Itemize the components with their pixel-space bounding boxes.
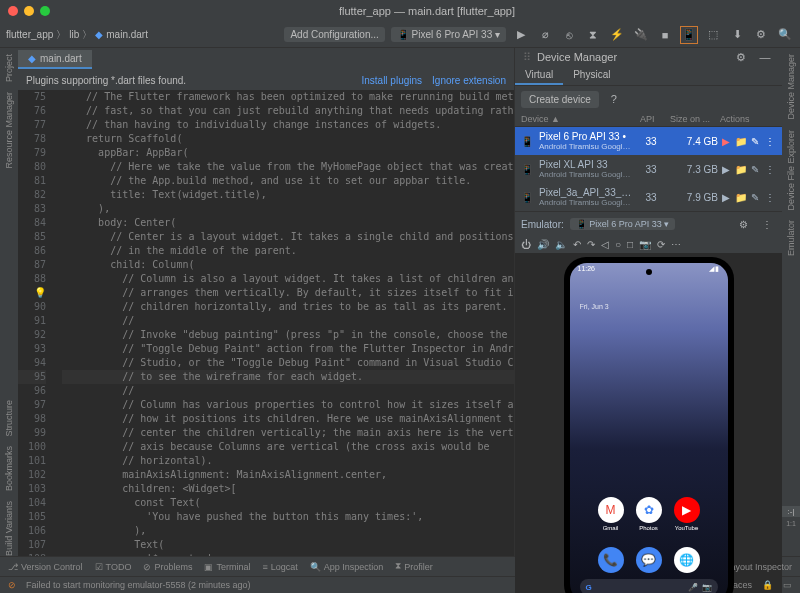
phone-icon: 📱: [521, 164, 533, 175]
code-editor[interactable]: 7576777879808182838485868788💡90919293949…: [18, 90, 514, 556]
create-device-button[interactable]: Create device: [521, 91, 599, 108]
edit-icon[interactable]: ✎: [750, 163, 762, 175]
folder-icon[interactable]: 📁: [735, 191, 747, 203]
stop-button[interactable]: ■: [656, 26, 674, 44]
emulator-selector[interactable]: 📱 Pixel 6 Pro API 33 ▾: [570, 218, 676, 230]
memory-icon[interactable]: ▭: [783, 580, 792, 590]
close-window[interactable]: [8, 6, 18, 16]
gear-icon[interactable]: ⚙: [734, 215, 752, 233]
zoom-window[interactable]: [40, 6, 50, 16]
tool-resource-manager[interactable]: Resource Manager: [4, 92, 14, 169]
coverage-button[interactable]: ⎋: [560, 26, 578, 44]
more-icon[interactable]: ⋮: [758, 215, 776, 233]
zoom-indicator[interactable]: 1:1: [782, 520, 800, 527]
profile-button[interactable]: ⧗: [584, 26, 602, 44]
tool-logcat[interactable]: ≡ Logcat: [262, 562, 297, 572]
tool-device-file-explorer[interactable]: Device File Explorer: [786, 130, 796, 211]
volume-down-icon[interactable]: 🔈: [555, 239, 567, 250]
more-icon[interactable]: ⋮: [764, 191, 776, 203]
volume-up-icon[interactable]: 🔊: [537, 239, 549, 250]
debug-button[interactable]: ⌀: [536, 26, 554, 44]
help-icon[interactable]: ?: [605, 90, 623, 108]
right-tool-strip: Device Manager Device File Explorer Emul…: [782, 48, 800, 556]
rotate-right-icon[interactable]: ↷: [587, 239, 595, 250]
tool-terminal[interactable]: ▣ Terminal: [204, 562, 250, 572]
code-analysis-indicator[interactable]: :-|: [782, 506, 800, 517]
tab-main-dart[interactable]: ◆ main.dart: [18, 50, 92, 69]
attach-button[interactable]: 🔌: [632, 26, 650, 44]
folder-icon[interactable]: 📁: [735, 135, 747, 147]
sdk-manager-button[interactable]: ⬇: [728, 26, 746, 44]
more-icon[interactable]: ⋮: [764, 163, 776, 175]
running-devices-button[interactable]: 📱: [680, 26, 698, 44]
tool-project[interactable]: Project: [4, 54, 14, 82]
left-tool-strip: Project Resource Manager Structure Bookm…: [0, 48, 18, 556]
grip-icon[interactable]: ⠿: [523, 51, 531, 64]
breadcrumb[interactable]: flutter_app 〉 lib 〉 ◆ main.dart: [6, 28, 148, 42]
tool-emulator[interactable]: Emulator: [786, 220, 796, 256]
snapshot-icon[interactable]: ⟳: [657, 239, 665, 250]
extended-controls-icon[interactable]: ⋯: [671, 239, 681, 250]
tool-build-variants[interactable]: Build Variants: [4, 501, 14, 556]
screenshot-icon[interactable]: 📷: [639, 239, 651, 250]
hide-panel-icon[interactable]: —: [756, 48, 774, 66]
breadcrumb-folder[interactable]: lib: [69, 29, 79, 40]
dock-app[interactable]: 💬: [636, 547, 662, 573]
status-message: Failed to start monitoring emulator-5558…: [26, 580, 251, 590]
device-selector[interactable]: 📱 Pixel 6 Pro API 33 ▾: [391, 27, 506, 42]
search-icon[interactable]: 🔍: [776, 26, 794, 44]
device-row[interactable]: 📱 Pixel XL API 33Android Tiramisu Google…: [515, 155, 782, 183]
emulator-viewport[interactable]: 11:26 ◢ ▮ Fri, Jun 3 M Gmail ✿ Photos ▶ …: [515, 253, 782, 593]
install-plugins-link[interactable]: Install plugins: [361, 75, 422, 86]
tool-app-inspection[interactable]: 🔍 App Inspection: [310, 562, 384, 572]
home-icon[interactable]: ○: [615, 239, 621, 250]
device-row[interactable]: 📱 Pixel 6 Pro API 33 •Android Tiramisu G…: [515, 127, 782, 155]
rotate-left-icon[interactable]: ↶: [573, 239, 581, 250]
tool-problems[interactable]: ⊘ Problems: [143, 562, 192, 572]
phone-icon: 📱: [397, 29, 409, 40]
app-youtube[interactable]: ▶ YouTube: [674, 497, 700, 531]
folder-icon[interactable]: 📁: [735, 163, 747, 175]
settings-icon[interactable]: ⚙: [752, 26, 770, 44]
readonly-icon[interactable]: 🔒: [762, 580, 773, 590]
lens-icon[interactable]: 📷: [702, 583, 712, 592]
edit-icon[interactable]: ✎: [750, 191, 762, 203]
edit-icon[interactable]: ✎: [750, 135, 762, 147]
tool-bookmarks[interactable]: Bookmarks: [4, 446, 14, 491]
gutter[interactable]: 7576777879808182838485868788💡90919293949…: [18, 90, 52, 556]
run-button[interactable]: ▶: [512, 26, 530, 44]
google-search-bar[interactable]: G 🎤 📷: [580, 579, 718, 593]
device-row[interactable]: 📱 Pixel_3a_API_33_arm6...Android Tiramis…: [515, 183, 782, 211]
avd-manager-button[interactable]: ⬚: [704, 26, 722, 44]
tool-todo[interactable]: ☑ TODO: [95, 562, 132, 572]
phone-screen[interactable]: 11:26 ◢ ▮ Fri, Jun 3 M Gmail ✿ Photos ▶ …: [570, 263, 728, 593]
tab-physical[interactable]: Physical: [563, 66, 620, 85]
app-photos[interactable]: ✿ Photos: [636, 497, 662, 531]
app-gmail[interactable]: M Gmail: [598, 497, 624, 531]
breadcrumb-project[interactable]: flutter_app: [6, 29, 53, 40]
breadcrumb-file[interactable]: main.dart: [106, 29, 148, 40]
overview-icon[interactable]: □: [627, 239, 633, 250]
emulator-controls: ⏻ 🔊 🔈 ↶ ↷ ◁ ○ □ 📷 ⟳ ⋯: [515, 236, 782, 253]
play-icon[interactable]: ▶: [720, 135, 732, 147]
tool-structure[interactable]: Structure: [4, 400, 14, 437]
play-icon[interactable]: ▶: [720, 191, 732, 203]
tab-virtual[interactable]: Virtual: [515, 66, 563, 85]
ignore-extension-link[interactable]: Ignore extension: [432, 75, 506, 86]
hot-reload-button[interactable]: ⚡: [608, 26, 626, 44]
tool-version-control[interactable]: ⎇ Version Control: [8, 562, 83, 572]
tool-device-manager[interactable]: Device Manager: [786, 54, 796, 120]
dock-app[interactable]: 📞: [598, 547, 624, 573]
play-icon[interactable]: ▶: [720, 163, 732, 175]
run-config-selector[interactable]: Add Configuration...: [284, 27, 384, 42]
tool-profiler[interactable]: ⧗ Profiler: [395, 561, 433, 572]
power-icon[interactable]: ⏻: [521, 239, 531, 250]
dock-app[interactable]: 🌐: [674, 547, 700, 573]
back-icon[interactable]: ◁: [601, 239, 609, 250]
more-icon[interactable]: ⋮: [764, 135, 776, 147]
phone-date: Fri, Jun 3: [580, 303, 609, 310]
code-lines[interactable]: // The Flutter framework has been optimi…: [52, 90, 514, 556]
mic-icon[interactable]: 🎤: [688, 583, 698, 592]
minimize-window[interactable]: [24, 6, 34, 16]
gear-icon[interactable]: ⚙: [732, 48, 750, 66]
